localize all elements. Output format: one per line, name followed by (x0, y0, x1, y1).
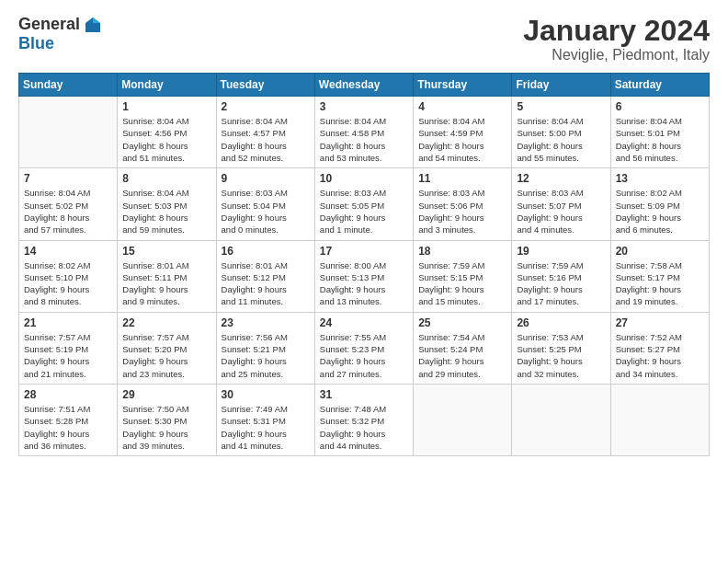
day-number: 19 (517, 245, 605, 258)
location: Neviglie, Piedmont, Italy (523, 47, 710, 63)
day-info: Sunrise: 8:03 AMSunset: 5:04 PMDaylight:… (222, 187, 310, 236)
day-number: 15 (122, 245, 210, 258)
calendar-cell: 8Sunrise: 8:04 AMSunset: 5:03 PMDaylight… (118, 168, 216, 240)
calendar-cell: 24Sunrise: 7:55 AMSunset: 5:23 PMDayligh… (314, 312, 413, 384)
day-number: 30 (222, 388, 310, 401)
day-info: Sunrise: 8:02 AMSunset: 5:09 PMDaylight:… (616, 187, 704, 236)
calendar-cell: 6Sunrise: 8:04 AMSunset: 5:01 PMDaylight… (610, 97, 709, 168)
weekday-header-friday: Friday (512, 74, 610, 97)
calendar-cell (19, 97, 118, 168)
calendar-cell: 19Sunrise: 7:59 AMSunset: 5:16 PMDayligh… (512, 240, 610, 312)
day-number: 28 (24, 388, 112, 401)
week-row-1: 1Sunrise: 8:04 AMSunset: 4:56 PMDaylight… (19, 97, 710, 168)
day-info: Sunrise: 8:04 AMSunset: 5:02 PMDaylight:… (24, 187, 112, 236)
calendar-cell: 2Sunrise: 8:04 AMSunset: 4:57 PMDaylight… (216, 97, 314, 168)
calendar-cell: 23Sunrise: 7:56 AMSunset: 5:21 PMDayligh… (216, 312, 314, 384)
day-info: Sunrise: 8:04 AMSunset: 4:57 PMDaylight:… (222, 115, 310, 164)
calendar-cell: 25Sunrise: 7:54 AMSunset: 5:24 PMDayligh… (414, 312, 512, 384)
day-info: Sunrise: 7:53 AMSunset: 5:25 PMDaylight:… (517, 331, 605, 380)
weekday-header-row: SundayMondayTuesdayWednesdayThursdayFrid… (19, 74, 710, 97)
calendar-cell: 17Sunrise: 8:00 AMSunset: 5:13 PMDayligh… (314, 240, 413, 312)
day-number: 20 (616, 245, 704, 258)
logo-blue-text: Blue (18, 34, 54, 53)
day-number: 13 (616, 172, 704, 185)
calendar-table: SundayMondayTuesdayWednesdayThursdayFrid… (18, 73, 710, 456)
day-info: Sunrise: 7:57 AMSunset: 5:19 PMDaylight:… (24, 331, 112, 380)
day-info: Sunrise: 8:04 AMSunset: 4:56 PMDaylight:… (122, 115, 210, 164)
weekday-header-sunday: Sunday (19, 74, 118, 97)
calendar-cell: 13Sunrise: 8:02 AMSunset: 5:09 PMDayligh… (610, 168, 709, 240)
day-number: 21 (24, 316, 112, 329)
calendar-cell: 26Sunrise: 7:53 AMSunset: 5:25 PMDayligh… (512, 312, 610, 384)
calendar-cell: 7Sunrise: 8:04 AMSunset: 5:02 PMDaylight… (19, 168, 118, 240)
week-row-5: 28Sunrise: 7:51 AMSunset: 5:28 PMDayligh… (19, 384, 710, 455)
calendar-cell: 21Sunrise: 7:57 AMSunset: 5:19 PMDayligh… (19, 312, 118, 384)
logo-icon (84, 16, 102, 34)
calendar-cell: 10Sunrise: 8:03 AMSunset: 5:05 PMDayligh… (314, 168, 413, 240)
day-info: Sunrise: 8:04 AMSunset: 5:00 PMDaylight:… (517, 115, 605, 164)
day-info: Sunrise: 7:50 AMSunset: 5:30 PMDaylight:… (122, 403, 210, 452)
day-info: Sunrise: 8:02 AMSunset: 5:10 PMDaylight:… (24, 259, 112, 308)
day-number: 17 (320, 245, 408, 258)
day-info: Sunrise: 8:04 AMSunset: 4:59 PMDaylight:… (418, 115, 506, 164)
day-number: 23 (222, 316, 310, 329)
day-info: Sunrise: 8:04 AMSunset: 4:58 PMDaylight:… (320, 115, 408, 164)
svg-marker-1 (93, 17, 100, 23)
day-number: 27 (616, 316, 704, 329)
day-number: 5 (517, 100, 605, 113)
calendar-cell: 14Sunrise: 8:02 AMSunset: 5:10 PMDayligh… (19, 240, 118, 312)
weekday-header-saturday: Saturday (610, 74, 709, 97)
day-number: 24 (320, 316, 408, 329)
day-number: 26 (517, 316, 605, 329)
calendar-cell: 29Sunrise: 7:50 AMSunset: 5:30 PMDayligh… (118, 384, 216, 455)
day-info: Sunrise: 8:04 AMSunset: 5:03 PMDaylight:… (122, 187, 210, 236)
day-info: Sunrise: 8:00 AMSunset: 5:13 PMDaylight:… (320, 259, 408, 308)
calendar-cell: 15Sunrise: 8:01 AMSunset: 5:11 PMDayligh… (118, 240, 216, 312)
logo-general-text: General (18, 15, 80, 34)
calendar-cell: 31Sunrise: 7:48 AMSunset: 5:32 PMDayligh… (314, 384, 413, 455)
day-number: 8 (122, 172, 210, 185)
day-info: Sunrise: 7:48 AMSunset: 5:32 PMDaylight:… (320, 403, 408, 452)
day-number: 2 (222, 100, 310, 113)
weekday-header-tuesday: Tuesday (216, 74, 314, 97)
day-info: Sunrise: 7:58 AMSunset: 5:17 PMDaylight:… (616, 259, 704, 308)
day-info: Sunrise: 8:01 AMSunset: 5:11 PMDaylight:… (122, 259, 210, 308)
calendar-cell: 3Sunrise: 8:04 AMSunset: 4:58 PMDaylight… (314, 97, 413, 168)
day-info: Sunrise: 7:51 AMSunset: 5:28 PMDaylight:… (24, 403, 112, 452)
day-number: 4 (418, 100, 506, 113)
day-info: Sunrise: 7:52 AMSunset: 5:27 PMDaylight:… (616, 331, 704, 380)
day-info: Sunrise: 7:55 AMSunset: 5:23 PMDaylight:… (320, 331, 408, 380)
day-number: 3 (320, 100, 408, 113)
day-info: Sunrise: 7:56 AMSunset: 5:21 PMDaylight:… (222, 331, 310, 380)
day-number: 31 (320, 388, 408, 401)
calendar-cell (414, 384, 512, 455)
day-number: 9 (222, 172, 310, 185)
week-row-4: 21Sunrise: 7:57 AMSunset: 5:19 PMDayligh… (19, 312, 710, 384)
calendar-cell: 28Sunrise: 7:51 AMSunset: 5:28 PMDayligh… (19, 384, 118, 455)
calendar-cell: 22Sunrise: 7:57 AMSunset: 5:20 PMDayligh… (118, 312, 216, 384)
day-number: 16 (222, 245, 310, 258)
calendar-cell: 16Sunrise: 8:01 AMSunset: 5:12 PMDayligh… (216, 240, 314, 312)
calendar-cell: 12Sunrise: 8:03 AMSunset: 5:07 PMDayligh… (512, 168, 610, 240)
header: General Blue January 2024 Neviglie, Pied… (18, 15, 710, 63)
weekday-header-monday: Monday (118, 74, 216, 97)
day-number: 18 (418, 245, 506, 258)
day-number: 1 (122, 100, 210, 113)
weekday-header-wednesday: Wednesday (314, 74, 413, 97)
day-info: Sunrise: 8:03 AMSunset: 5:05 PMDaylight:… (320, 187, 408, 236)
calendar-cell: 1Sunrise: 8:04 AMSunset: 4:56 PMDaylight… (118, 97, 216, 168)
title-block: January 2024 Neviglie, Piedmont, Italy (523, 15, 710, 63)
week-row-2: 7Sunrise: 8:04 AMSunset: 5:02 PMDaylight… (19, 168, 710, 240)
day-info: Sunrise: 7:49 AMSunset: 5:31 PMDaylight:… (222, 403, 310, 452)
calendar-cell: 27Sunrise: 7:52 AMSunset: 5:27 PMDayligh… (610, 312, 709, 384)
day-info: Sunrise: 8:04 AMSunset: 5:01 PMDaylight:… (616, 115, 704, 164)
day-number: 11 (418, 172, 506, 185)
day-info: Sunrise: 7:57 AMSunset: 5:20 PMDaylight:… (122, 331, 210, 380)
month-title: January 2024 (523, 15, 710, 47)
calendar-cell: 30Sunrise: 7:49 AMSunset: 5:31 PMDayligh… (216, 384, 314, 455)
calendar-cell: 18Sunrise: 7:59 AMSunset: 5:15 PMDayligh… (414, 240, 512, 312)
day-number: 12 (517, 172, 605, 185)
page: General Blue January 2024 Neviglie, Pied… (0, 0, 728, 563)
day-info: Sunrise: 7:59 AMSunset: 5:16 PMDaylight:… (517, 259, 605, 308)
calendar-cell: 20Sunrise: 7:58 AMSunset: 5:17 PMDayligh… (610, 240, 709, 312)
